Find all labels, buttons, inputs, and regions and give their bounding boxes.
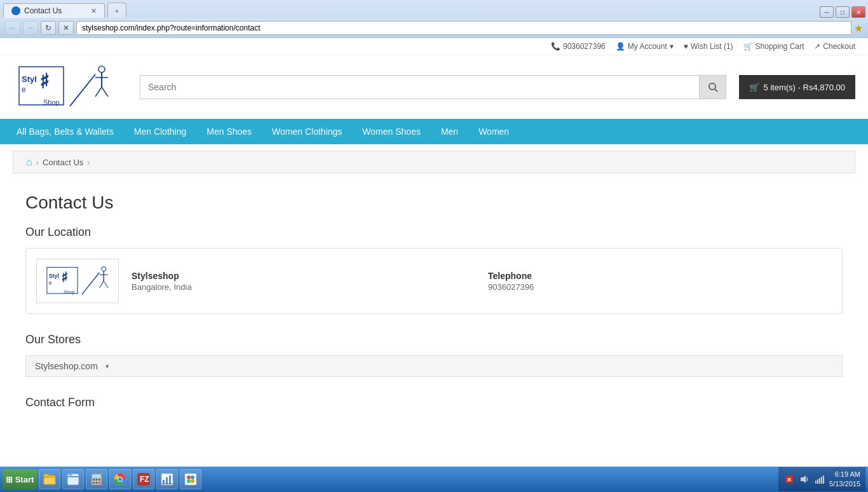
svg-text:✕: ✕ xyxy=(787,477,792,483)
svg-rect-49 xyxy=(169,475,171,484)
page-wrapper: 📞 9036027396 👤 My Account ▾ ♥ Wish List … xyxy=(0,38,868,492)
checkout-item[interactable]: ↗ Checkout xyxy=(814,42,855,51)
start-button[interactable]: ⊞ Start xyxy=(3,469,37,489)
wish-list-link[interactable]: Wish List (1) xyxy=(691,42,733,51)
svg-text:Shop: Shop xyxy=(43,99,60,106)
shopping-cart-item[interactable]: 🛒 Shopping Cart xyxy=(743,42,804,51)
nav-item-women[interactable]: Women xyxy=(468,119,519,144)
svg-rect-48 xyxy=(166,477,168,484)
svg-text:Shop: Shop xyxy=(64,289,75,294)
account-dropdown-icon[interactable]: ▾ xyxy=(670,42,674,51)
svg-point-53 xyxy=(191,475,194,479)
taskbar-file-manager[interactable] xyxy=(39,469,60,489)
svg-rect-59 xyxy=(815,481,817,484)
search-button[interactable] xyxy=(700,75,726,99)
logo-area[interactable]: Styl e Shop ♯ xyxy=(13,62,127,113)
page-title: Contact Us xyxy=(25,193,843,213)
taskbar-chrome[interactable] xyxy=(109,469,131,489)
svg-rect-30 xyxy=(67,476,79,477)
svg-rect-31 xyxy=(69,474,72,475)
svg-point-54 xyxy=(187,479,191,483)
nav-item-men-clothing[interactable]: Men Clothing xyxy=(124,119,197,144)
wish-list-item[interactable]: ♥ Wish List (1) xyxy=(684,42,733,51)
svg-rect-61 xyxy=(819,478,820,484)
browser-nav-bar: ← → ↻ ✕ ★ xyxy=(0,18,868,38)
tab-close-btn[interactable]: ✕ xyxy=(91,7,97,15)
network-icon xyxy=(815,474,825,484)
cart-icon: 🛒 xyxy=(743,42,753,51)
svg-text:e: e xyxy=(22,85,26,94)
svg-rect-33 xyxy=(93,475,100,477)
telephone-label: Telephone xyxy=(488,271,832,281)
nav-item-men[interactable]: Men xyxy=(431,119,468,144)
tab-favicon xyxy=(11,6,20,15)
forward-btn[interactable]: → xyxy=(23,21,38,35)
svg-text:Styl: Styl xyxy=(22,74,37,84)
svg-point-12 xyxy=(709,83,715,90)
taskbar-chart[interactable] xyxy=(156,469,178,489)
nav-item-women-shoes[interactable]: Women Shoes xyxy=(352,119,431,144)
browser2-icon xyxy=(66,472,80,486)
svg-text:e: e xyxy=(49,280,52,286)
taskbar-browser2[interactable] xyxy=(62,469,84,489)
svg-rect-37 xyxy=(93,482,95,484)
security-icon: ✕ xyxy=(784,474,794,484)
tray-volume-icon xyxy=(799,474,810,485)
stop-btn[interactable]: ✕ xyxy=(58,21,74,35)
svg-rect-34 xyxy=(93,479,95,481)
shopping-cart-link[interactable]: Shopping Cart xyxy=(756,42,804,51)
svg-rect-63 xyxy=(823,475,824,484)
reload-btn[interactable]: ↻ xyxy=(41,21,56,35)
svg-line-13 xyxy=(715,89,717,92)
bookmark-btn[interactable]: ★ xyxy=(854,22,863,34)
breadcrumb-separator: › xyxy=(36,158,39,167)
cart-label: 5 item(s) - Rs4,870.00 xyxy=(763,83,845,92)
tray-security-icon: ✕ xyxy=(783,474,795,485)
taskbar-calculator[interactable] xyxy=(86,469,107,489)
tray-network-icon xyxy=(814,474,825,485)
svg-rect-36 xyxy=(98,479,100,481)
calculator-icon xyxy=(90,472,104,486)
breadcrumb-home-icon[interactable]: ⌂ xyxy=(26,156,32,168)
taskbar: ⊞ Start xyxy=(0,467,868,492)
svg-rect-35 xyxy=(96,479,98,481)
store-dropdown[interactable]: Stylseshop.com ▾ xyxy=(25,355,843,377)
site-logo[interactable]: Styl e Shop ♯ xyxy=(13,62,114,113)
minimize-btn[interactable]: ─ xyxy=(820,6,834,18)
store-logo: Styl e Shop ♯ xyxy=(36,259,119,303)
active-tab[interactable]: Contact Us ✕ xyxy=(3,3,105,18)
search-input[interactable] xyxy=(140,75,700,99)
nav-item-men-shoes[interactable]: Men Shoes xyxy=(196,119,262,144)
system-tray: ✕ 6:19 AM 5/13/2015 xyxy=(778,467,865,491)
date-display: 5/13/2015 xyxy=(829,479,860,489)
svg-point-52 xyxy=(187,475,191,479)
breadcrumb: ⌂ › Contact Us › xyxy=(13,151,855,174)
location-info: Stylseshop Bangalore, India xyxy=(132,271,475,292)
my-account-item[interactable]: 👤 My Account ▾ xyxy=(616,42,674,51)
taskbar-filezilla[interactable]: FZ xyxy=(133,469,154,489)
maximize-btn[interactable]: □ xyxy=(836,6,850,18)
taskbar-paint[interactable] xyxy=(180,469,201,489)
new-tab-btn[interactable]: + xyxy=(107,3,126,18)
chart-icon xyxy=(160,472,174,486)
nav-item-women-clothings[interactable]: Women Clothings xyxy=(262,119,352,144)
store-logo-img: Styl e Shop ♯ xyxy=(43,264,112,299)
account-icon: 👤 xyxy=(616,42,625,51)
address-bar[interactable] xyxy=(76,21,851,35)
svg-rect-60 xyxy=(817,479,818,484)
cart-button[interactable]: 🛒 5 item(s) - Rs4,870.00 xyxy=(739,75,855,99)
svg-point-55 xyxy=(191,479,194,483)
telephone-number: 9036027396 xyxy=(488,282,832,292)
browser-chrome: Contact Us ✕ + ─ □ ✕ ← → ↻ ✕ ★ xyxy=(0,0,868,38)
checkout-link[interactable]: Checkout xyxy=(823,42,855,51)
breadcrumb-current: Contact Us xyxy=(43,158,83,167)
header: Styl e Shop ♯ xyxy=(0,55,868,119)
filezilla-icon: FZ xyxy=(137,472,151,486)
back-btn[interactable]: ← xyxy=(5,21,20,35)
dropdown-arrow-icon: ▾ xyxy=(105,362,109,371)
my-account-link[interactable]: My Account xyxy=(628,42,667,51)
close-window-btn[interactable]: ✕ xyxy=(851,6,865,18)
nav-item-bags[interactable]: All Bags, Belts & Wallets xyxy=(6,119,124,144)
svg-text:♯: ♯ xyxy=(61,269,68,285)
svg-rect-38 xyxy=(96,482,98,484)
